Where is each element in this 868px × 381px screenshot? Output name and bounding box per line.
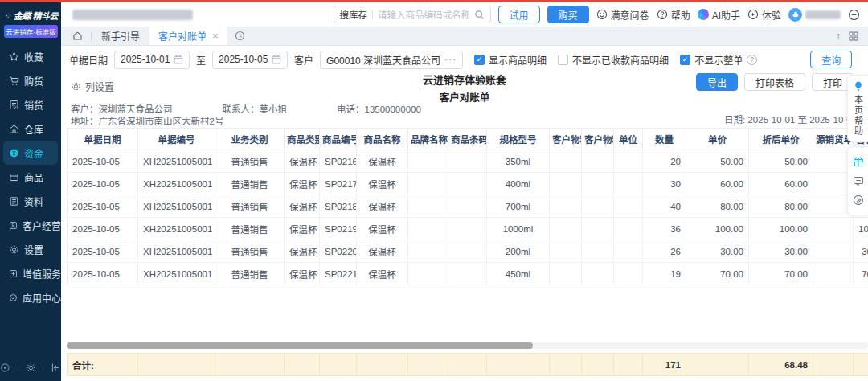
expand-more-icon[interactable]: [848, 9, 860, 21]
checkbox-hide-whole-order[interactable]: [680, 55, 690, 65]
table-row[interactable]: 2025-10-05XH20251005001普通销售保温杯SP0218保温杯7…: [68, 195, 868, 218]
buy-button[interactable]: 购买: [547, 6, 589, 23]
checkbox-label: 不显示整单: [694, 53, 743, 67]
hint-question-icon[interactable]: [747, 55, 757, 65]
table-cell: 普通销售: [215, 150, 285, 173]
page-help-widget[interactable]: 本页帮助: [847, 75, 868, 142]
sidebar-item-products[interactable]: 商品: [0, 165, 61, 189]
survey-link[interactable]: 满意问卷: [596, 8, 649, 22]
column-settings-button[interactable]: 列设置: [71, 80, 114, 93]
horizontal-scrollbar-thumb[interactable]: [67, 342, 533, 349]
theme-icon[interactable]: [26, 363, 36, 373]
table-row[interactable]: 2025-10-05XH20251005001普通销售保温杯SP0221保温杯4…: [68, 263, 868, 285]
column-header[interactable]: 单据编号: [138, 129, 215, 150]
tab-customer-statement-active[interactable]: 客户对账单: [149, 27, 227, 45]
table-cell: [614, 173, 643, 195]
column-header[interactable]: 品牌名称: [408, 129, 448, 150]
table-row[interactable]: 2025-10-05XH20251005001普通销售保温杯SP0219保温杯1…: [68, 218, 868, 240]
help-icon: [657, 9, 668, 20]
total-cell: [614, 354, 643, 376]
date-from-value: 2025-10-01: [121, 54, 170, 65]
table-cell: [614, 195, 643, 218]
brand-logo: 金蝶 精斗云: [0, 2, 61, 24]
print-table-button[interactable]: 打印表格: [744, 73, 805, 91]
checkbox-show-product-detail[interactable]: [474, 55, 485, 65]
column-header[interactable]: 单据日期: [68, 129, 138, 150]
table-row[interactable]: 2025-10-05XH20251005001普通销售保温杯SP0216保温杯3…: [68, 150, 868, 173]
sidebar-item-label: 客户经营: [23, 219, 61, 232]
tab-newbie-guide[interactable]: 新手引导: [92, 27, 149, 45]
sidebar-item-warehouse[interactable]: 仓库: [0, 117, 61, 141]
column-header[interactable]: 单位: [614, 129, 643, 150]
inventory-search-box[interactable]: 搜库存 请输入商品编码或名称: [334, 6, 491, 23]
help-link[interactable]: 帮助: [657, 8, 690, 22]
column-header[interactable]: 数量: [643, 129, 686, 150]
username-redacted: [805, 10, 841, 19]
sidebar-item-customer-management[interactable]: 客户经营: [0, 213, 61, 237]
ai-assistant-link[interactable]: AI助手: [698, 8, 740, 22]
divider: [43, 364, 43, 372]
total-label: 合计:: [68, 354, 138, 376]
experience-link[interactable]: 体验: [747, 8, 781, 22]
column-header[interactable]: 商品类别: [285, 129, 320, 150]
total-row: 合计:17168.48: [68, 354, 868, 376]
table-cell: [408, 150, 448, 173]
date-from-input[interactable]: 2025-10-01: [114, 51, 190, 69]
sidebar-item-purchase[interactable]: 购货: [0, 68, 61, 92]
report-actions: 导出 打印表格 打印: [696, 73, 854, 91]
trial-button[interactable]: 试用: [498, 6, 540, 23]
scroll-top-icon[interactable]: [836, 31, 841, 42]
report-title: 客户对账单: [423, 89, 506, 104]
collapse-sidebar-icon[interactable]: [51, 363, 61, 373]
table-cell: 30: [643, 173, 686, 195]
customer-name: 深圳蓝天食品公司: [99, 104, 173, 114]
column-header[interactable]: 客户物料: [582, 129, 614, 150]
column-header[interactable]: 规格型号: [487, 129, 550, 150]
table-cell: SP0219: [320, 218, 357, 240]
table-cell: 30.00: [749, 240, 813, 263]
coin-icon: [9, 148, 19, 158]
table-row[interactable]: 2025-10-05XH20251005001普通销售保温杯SP0220保温杯2…: [68, 240, 868, 263]
checkbox-hide-received-detail[interactable]: [558, 55, 568, 65]
column-header[interactable]: 商品编号: [320, 129, 357, 150]
column-header[interactable]: 商品条码: [448, 129, 487, 150]
gift-icon[interactable]: [853, 152, 864, 171]
user-account[interactable]: [788, 8, 841, 22]
sidebar-item-label: 应用中心: [23, 291, 61, 305]
collapse-panel-icon[interactable]: [853, 190, 864, 210]
search-input[interactable]: 请输入商品编码或名称: [378, 8, 469, 21]
column-header[interactable]: 商品名称: [357, 129, 408, 150]
date-to-label: 至: [196, 53, 206, 67]
column-header[interactable]: 折后单价: [749, 129, 813, 150]
feedback-icon[interactable]: [853, 171, 864, 190]
sidebar-item-favorites[interactable]: 收藏: [0, 44, 61, 68]
sidebar-item-funds[interactable]: 资金: [3, 141, 58, 165]
survey-label: 满意问卷: [611, 8, 649, 22]
home-tab-button[interactable]: [61, 27, 91, 45]
customer-picker-icon[interactable]: [444, 54, 457, 65]
grid-layout-icon[interactable]: [849, 31, 858, 41]
sidebar-item-settings[interactable]: 设置: [0, 237, 61, 261]
search-icon[interactable]: [474, 10, 485, 20]
sidebar-item-value-added-services[interactable]: 增值服务: [0, 261, 61, 285]
table-row[interactable]: 2025-10-05XH20251005001普通销售保温杯SP0217保温杯4…: [68, 173, 868, 195]
horizontal-scrollbar-track[interactable]: [67, 342, 868, 349]
query-button[interactable]: 查询: [810, 51, 852, 68]
sidebar-item-data[interactable]: 资料: [0, 189, 61, 213]
column-header[interactable]: 单价: [686, 129, 749, 150]
tab-history-button[interactable]: [227, 27, 252, 45]
sidebar-item-app-center[interactable]: 应用中心: [0, 285, 61, 309]
table-cell: 保温杯: [357, 218, 408, 240]
column-header[interactable]: 业务类别: [215, 129, 285, 150]
organization-name-redacted: [72, 10, 193, 20]
column-settings-gear-icon: [71, 81, 81, 92]
sidebar-item-sales[interactable]: 销货: [0, 92, 61, 117]
table-cell: [448, 240, 487, 263]
table-cell: 保温杯: [285, 263, 320, 285]
customer-select-input[interactable]: G00010 深圳蓝天食品公司: [320, 51, 463, 69]
date-to-input[interactable]: 2025-10-05: [212, 51, 288, 69]
target-icon[interactable]: [0, 363, 10, 373]
export-button[interactable]: 导出: [696, 73, 738, 91]
close-tab-icon[interactable]: [212, 31, 219, 41]
column-header[interactable]: 客户物料: [550, 129, 582, 150]
